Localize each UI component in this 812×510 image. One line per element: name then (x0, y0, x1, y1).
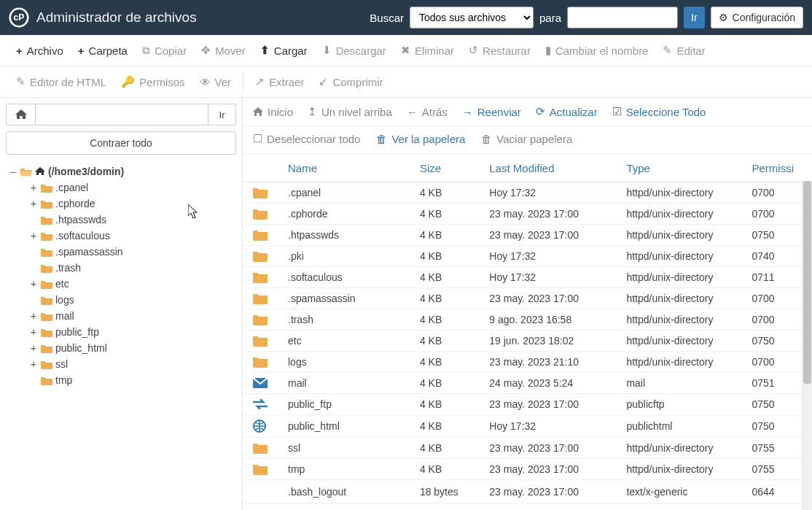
table-row[interactable]: mail4 KB24 may. 2023 5:24mail0751 (243, 373, 812, 394)
expander-icon[interactable]: + (29, 278, 38, 290)
table-row[interactable]: .trash4 KB9 ago. 2023 16:58httpd/unix-di… (243, 309, 812, 331)
table-row[interactable]: .cphorde4 KB23 may. 2023 17:00httpd/unix… (243, 204, 812, 225)
col-type[interactable]: Type (616, 155, 741, 182)
table-row[interactable]: etc4 KB19 jun. 2023 18:02httpd/unix-dire… (243, 331, 812, 352)
path-go-button[interactable]: Ir (208, 104, 236, 125)
tree-node[interactable]: +.cphorde (6, 196, 236, 212)
rename-button[interactable]: ▮Cambiar el nombre (538, 39, 656, 61)
search-scope-select[interactable]: Todos sus archivos (410, 7, 534, 28)
table-row[interactable]: .cpanel4 KBHoy 17:32httpd/unix-directory… (243, 182, 812, 204)
tree-node-label: public_ftp (55, 326, 99, 338)
row-icon-cell (243, 204, 278, 225)
row-modified: 19 jun. 2023 18:02 (479, 331, 616, 352)
download-button[interactable]: ⬇Descargar (315, 39, 394, 61)
row-icon-cell (243, 415, 278, 438)
row-size: 4 KB (410, 459, 479, 480)
expander-icon[interactable]: + (29, 198, 38, 209)
tree-node[interactable]: +ssl (6, 356, 236, 372)
tree-node[interactable]: tmp (6, 372, 236, 388)
collapse-all-button[interactable]: Contraer todo (6, 131, 236, 155)
file-button[interactable]: +Archivo (9, 40, 71, 61)
nav-back-button[interactable]: ←Atrás (407, 106, 448, 118)
row-icon-cell (243, 331, 278, 352)
col-icon[interactable] (243, 155, 278, 182)
col-name[interactable]: Name (278, 155, 410, 182)
search-input[interactable] (567, 7, 678, 28)
upload-icon: ⬆ (260, 44, 270, 57)
col-size[interactable]: Size (410, 155, 479, 182)
table-row[interactable]: .bash_logout18 bytes23 may. 2023 17:00te… (243, 480, 812, 503)
extract-button[interactable]: ↗Extraer (248, 71, 311, 93)
globe-icon (253, 420, 268, 433)
col-modified[interactable]: Last Modified (479, 155, 616, 182)
expander-icon[interactable]: + (29, 342, 38, 354)
table-row[interactable]: public_html4 KBHoy 17:32publichtml0750 (243, 415, 812, 438)
table-row[interactable]: tmp4 KB23 may. 2023 17:00httpd/unix-dire… (243, 459, 812, 480)
tree-root[interactable]: – (/home3/domin) (6, 163, 236, 179)
nav-up-button[interactable]: ↥Un nivel arriba (308, 105, 392, 118)
table-row[interactable]: .softaculous4 KBHoy 17:32httpd/unix-dire… (243, 267, 812, 288)
edit-button[interactable]: ✎Editar (655, 39, 712, 61)
col-permissions[interactable]: Permissi (741, 155, 812, 182)
tree-node[interactable]: +.softaculous (6, 228, 236, 244)
settings-button[interactable]: Configuración (711, 7, 803, 28)
tree-node[interactable]: +public_html (6, 340, 236, 356)
nav-refresh-button[interactable]: ⟳Actualizar (536, 105, 598, 118)
copy-button[interactable]: ⧉Copiar (135, 39, 194, 61)
up-arrow-icon: ↥ (308, 105, 317, 118)
upload-label: Cargar (274, 45, 308, 57)
expander-icon[interactable]: + (29, 182, 38, 193)
tree-node[interactable]: .spamassassin (6, 244, 236, 260)
tree-node[interactable]: logs (6, 292, 236, 308)
scrollbar-thumb[interactable] (803, 181, 811, 384)
tree-node[interactable]: +public_ftp (6, 324, 236, 340)
compress-button[interactable]: ↙Comprimir (311, 71, 390, 93)
row-name: .bash_logout (278, 480, 410, 503)
table-row[interactable]: .pki4 KBHoy 17:32httpd/unix-directory074… (243, 246, 812, 267)
empty-trash-button[interactable]: 🗑Vaciar papelera (481, 133, 572, 145)
tree-node[interactable]: +mail (6, 308, 236, 324)
expander-icon[interactable]: – (9, 166, 17, 177)
table-row[interactable]: public_ftp4 KB23 may. 2023 17:00publicft… (243, 394, 812, 415)
view-button[interactable]: 👁Ver (192, 72, 239, 93)
path-input[interactable] (35, 104, 208, 125)
deselect-all-button[interactable]: ☐Deseleccionar todo (253, 132, 360, 145)
move-label: Mover (215, 45, 246, 57)
expander-icon[interactable]: + (29, 310, 38, 322)
path-home-button[interactable] (6, 104, 35, 125)
refresh-icon: ⟳ (536, 105, 545, 118)
expander-icon[interactable]: + (29, 358, 38, 370)
delete-button[interactable]: ✖Eliminar (394, 39, 461, 61)
table-row[interactable]: ssl4 KB23 may. 2023 17:00httpd/unix-dire… (243, 438, 812, 459)
tree-node[interactable]: .trash (6, 260, 236, 276)
expander-icon[interactable]: + (29, 230, 38, 242)
scrollbar[interactable] (802, 181, 812, 510)
nav-home-button[interactable]: Inicio (253, 106, 293, 118)
htmleditor-button[interactable]: ✎Editor de HTML (9, 71, 114, 93)
nav-forward-button[interactable]: →Reenviar (462, 106, 521, 118)
tree-node[interactable]: .htpasswds (6, 212, 236, 228)
select-all-button[interactable]: ☑Seleccione Todo (612, 105, 706, 118)
tree-node[interactable]: +.cpanel (6, 179, 236, 196)
row-size: 4 KB (410, 415, 479, 438)
row-icon-cell (243, 246, 278, 267)
table-row[interactable]: .spamassassin4 KB23 may. 2023 17:00httpd… (243, 288, 812, 309)
row-modified: 23 may. 2023 17:00 (479, 225, 616, 246)
settings-label: Configuración (733, 12, 795, 23)
tree-node[interactable]: +etc (6, 276, 236, 292)
row-modified: 23 may. 2023 17:00 (479, 394, 616, 415)
table-row[interactable]: .htpasswds4 KB23 may. 2023 17:00httpd/un… (243, 225, 812, 246)
folder-icon (41, 263, 52, 273)
tree-node-label: .cpanel (55, 182, 88, 193)
expander-icon[interactable]: + (29, 326, 38, 338)
folder-button[interactable]: +Carpeta (71, 40, 135, 61)
table-row[interactable]: logs4 KB23 may. 2023 21:10httpd/unix-dir… (243, 352, 812, 373)
upload-button[interactable]: ⬆Cargar (253, 39, 315, 61)
restore-button[interactable]: ↺Restaurar (461, 39, 538, 61)
move-button[interactable]: ✥Mover (194, 39, 253, 61)
view-trash-button[interactable]: 🗑Ver la papelera (376, 133, 465, 145)
row-icon-cell (243, 288, 278, 309)
perms-button[interactable]: 🔑Permisos (114, 71, 192, 93)
row-type: mail (616, 373, 741, 394)
search-go-button[interactable]: Ir (684, 7, 705, 28)
